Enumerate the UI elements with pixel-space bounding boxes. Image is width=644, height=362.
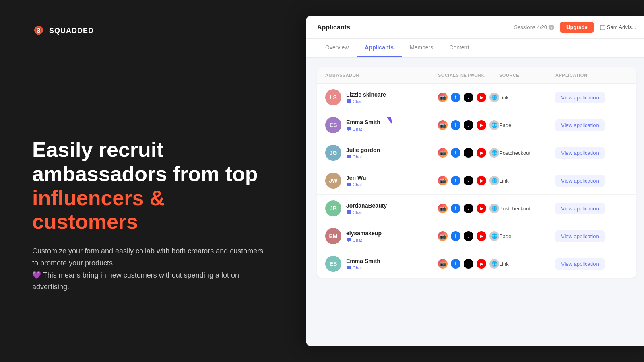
ambassador-cell: EM elysamakeup Chat xyxy=(325,228,438,244)
ambassador-name: elysamakeup xyxy=(346,230,382,237)
instagram-icon: 📷 xyxy=(438,231,448,241)
facebook-icon: f xyxy=(451,176,460,185)
ambassador-info: Emma Smith Chat xyxy=(346,258,380,270)
col-ambassador: AMBASSADOR xyxy=(325,73,438,78)
instagram-icon: 📷 xyxy=(438,120,448,130)
ambassador-cell: ES Emma Smith Chat xyxy=(325,256,438,272)
socials-cell: 📷 f ♪ ▶ 🌐 xyxy=(438,204,499,213)
tiktok-icon: ♪ xyxy=(464,176,473,185)
socials-cell: 📷 f ♪ ▶ 🌐 xyxy=(438,176,499,185)
web-icon: 🌐 xyxy=(489,148,499,158)
instagram-icon: 📷 xyxy=(438,148,448,158)
tiktok-icon: ♪ xyxy=(464,231,473,241)
chat-badge: Chat xyxy=(346,238,382,243)
tiktok-icon: ♪ xyxy=(464,148,473,158)
calendar-icon xyxy=(600,25,605,30)
chat-icon xyxy=(346,210,351,215)
view-application-button[interactable]: View application xyxy=(555,147,605,159)
source-cell: Page xyxy=(499,233,555,239)
svg-rect-0 xyxy=(600,25,605,30)
tiktok-icon: ♪ xyxy=(464,204,473,213)
chat-icon xyxy=(346,154,351,159)
ambassador-name: JordanaBeauty xyxy=(346,202,387,209)
view-application-button[interactable]: View application xyxy=(555,92,605,103)
web-icon: 🌐 xyxy=(489,231,499,241)
view-application-button[interactable]: View application xyxy=(555,230,605,242)
youtube-icon: ▶ xyxy=(477,120,486,130)
application-cell: View application xyxy=(555,258,628,270)
ambassador-info: JordanaBeauty Chat xyxy=(346,202,387,215)
instagram-icon: 📷 xyxy=(438,259,448,269)
logo-text: SQUADDED xyxy=(49,27,94,35)
application-cell: View application xyxy=(555,119,628,131)
ambassador-info: elysamakeup Chat xyxy=(346,230,382,243)
header-right: Sessions 4/20 i Upgrade Sam Advis... xyxy=(514,22,636,33)
avatar: ES xyxy=(325,256,341,272)
avatar: ES xyxy=(325,117,341,133)
ambassador-info: Julie gordon Chat xyxy=(346,147,380,159)
tiktok-icon: ♪ xyxy=(464,259,473,269)
table-row: ES Emma Smith Chat 📷 f ♪ ▶ xyxy=(317,250,636,278)
ambassador-info: Lizzie skincare Chat xyxy=(346,91,386,104)
youtube-icon: ▶ xyxy=(477,231,486,241)
chat-badge: Chat xyxy=(346,127,380,132)
socials-cell: 📷 f ♪ ▶ 🌐 xyxy=(438,259,499,269)
ambassador-info: Jen Wu Chat xyxy=(346,175,366,187)
ambassador-cell: JB JordanaBeauty Chat xyxy=(325,200,438,216)
facebook-icon: f xyxy=(451,120,460,130)
view-application-button[interactable]: View application xyxy=(555,119,605,131)
tab-members[interactable]: Members xyxy=(402,39,441,57)
hero-section: Easily recruit ambassadors from top infl… xyxy=(32,138,274,293)
col-socials: Socials Network xyxy=(438,73,499,78)
socials-cell: 📷 f ♪ ▶ 🌐 xyxy=(438,231,499,241)
ambassador-name: Emma Smith xyxy=(346,258,380,264)
application-cell: View application xyxy=(555,203,628,214)
col-source: Source xyxy=(499,73,555,78)
sessions-info: Sessions 4/20 i xyxy=(514,24,554,30)
chat-icon xyxy=(346,127,351,132)
web-icon: 🌐 xyxy=(489,120,499,130)
socials-cell: 📷 f ♪ ▶ 🌐 xyxy=(438,120,499,130)
tab-content[interactable]: Content xyxy=(441,39,477,57)
avatar: EM xyxy=(325,228,341,244)
info-icon: i xyxy=(549,25,554,30)
ambassador-name: Jen Wu xyxy=(346,175,366,181)
view-application-button[interactable]: View application xyxy=(555,203,605,214)
view-application-button[interactable]: View application xyxy=(555,175,605,187)
facebook-icon: f xyxy=(451,259,460,269)
source-cell: Link xyxy=(499,178,555,184)
logo: SQUADDED xyxy=(32,24,94,37)
table-row: EM elysamakeup Chat 📷 f ♪ xyxy=(317,222,636,250)
tab-overview[interactable]: Overview xyxy=(317,39,357,57)
ambassador-cell: ES Emma Smith Chat xyxy=(325,117,438,133)
web-icon: 🌐 xyxy=(489,176,499,185)
chat-badge: Chat xyxy=(346,265,380,270)
hero-heading: Easily recruit ambassadors from top infl… xyxy=(32,138,274,234)
chat-icon xyxy=(346,99,351,104)
app-nav: Overview Applicants Members Content xyxy=(306,39,644,58)
applicants-table: AMBASSADOR Socials Network Source Applic… xyxy=(317,67,636,278)
source-cell: Postcheckout xyxy=(499,150,555,156)
chat-badge: Chat xyxy=(346,154,380,159)
hero-accent: influencers & customers xyxy=(32,186,165,234)
table-row: JB JordanaBeauty Chat 📷 f ♪ xyxy=(317,195,636,222)
tiktok-icon: ♪ xyxy=(464,120,473,130)
source-cell: Page xyxy=(499,122,555,128)
facebook-icon: f xyxy=(451,231,460,241)
ambassador-name: Lizzie skincare xyxy=(346,91,386,98)
upgrade-button[interactable]: Upgrade xyxy=(560,22,594,33)
chat-badge: Chat xyxy=(346,182,366,187)
facebook-icon: f xyxy=(451,204,460,213)
hero-description: Customize your form and easily collab wi… xyxy=(32,245,266,293)
app-window: Applicants Sessions 4/20 i Upgrade Sam A… xyxy=(306,16,644,346)
left-panel: SQUADDED Easily recruit ambassadors from… xyxy=(0,0,306,362)
ambassador-name: Emma Smith xyxy=(346,119,380,125)
tab-applicants[interactable]: Applicants xyxy=(357,39,402,57)
view-application-button[interactable]: View application xyxy=(555,258,605,270)
source-cell: Postcheckout xyxy=(499,206,555,212)
youtube-icon: ▶ xyxy=(477,176,486,185)
avatar: JG xyxy=(325,145,341,161)
chat-icon xyxy=(346,265,351,270)
avatar: JB xyxy=(325,200,341,216)
table-row: JG Julie gordon Chat 📷 f ♪ xyxy=(317,139,636,167)
